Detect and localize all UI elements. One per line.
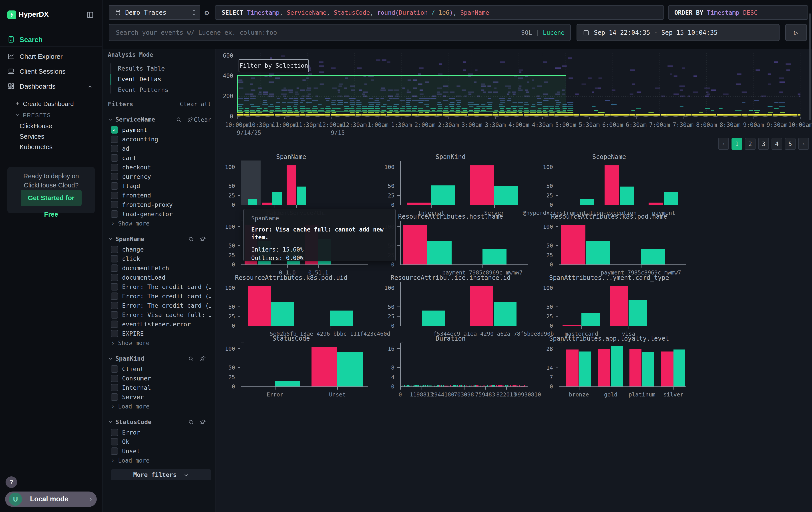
sidebar-item-services[interactable]: Services [20, 133, 44, 140]
filter-checkbox-row[interactable]: Server [111, 393, 211, 401]
sidebar-item-clickhouse[interactable]: ClickHouse [20, 123, 52, 130]
sidebar-collapse-icon[interactable] [86, 11, 94, 19]
checkbox[interactable] [111, 246, 118, 253]
search-input[interactable]: Search your events w/ Lucene ex. column:… [109, 24, 571, 41]
page-button-2[interactable]: 2 [745, 138, 756, 150]
more-filters-button[interactable]: More filters [111, 469, 211, 480]
checkbox[interactable] [111, 164, 118, 171]
checkbox[interactable] [111, 210, 118, 218]
help-button[interactable]: ? [5, 476, 17, 488]
heatmap-selection[interactable] [237, 75, 566, 112]
analysis-mode-option-results-table[interactable]: Results Table [118, 65, 165, 72]
order-by-input[interactable]: ORDER BY Timestamp DESC [668, 5, 808, 20]
pin-icon[interactable] [200, 419, 206, 425]
checkbox[interactable] [111, 429, 118, 436]
checkbox[interactable] [111, 302, 118, 309]
filter-clear-button[interactable]: Clear [194, 116, 211, 123]
page-next-button[interactable]: › [798, 138, 809, 150]
filter-checkbox-row[interactable]: load-generator [111, 210, 211, 218]
filter-checkbox-row[interactable]: Ok [111, 437, 211, 446]
search-icon[interactable] [188, 236, 194, 242]
search-icon[interactable] [188, 419, 194, 425]
checkbox[interactable] [111, 182, 118, 190]
page-button-5[interactable]: 5 [785, 138, 795, 150]
filter-checkbox-row[interactable]: eventListener.error [111, 320, 211, 329]
checkbox[interactable] [111, 311, 118, 319]
sidebar-item-client-sessions[interactable]: Client Sessions [20, 68, 66, 75]
select-clause-input[interactable]: SELECT Timestamp, ServiceName, StatusCod… [215, 5, 664, 20]
checkbox[interactable] [111, 201, 118, 208]
search-icon[interactable] [176, 116, 182, 123]
filter-checkbox-row[interactable]: Unset [111, 447, 211, 455]
checkbox[interactable] [111, 265, 118, 272]
filter-checkbox-row[interactable]: Error: Visa cache full: … [111, 310, 211, 319]
checkbox[interactable] [111, 321, 118, 328]
checkbox[interactable] [111, 365, 118, 373]
filter-checkbox-row[interactable]: Error [111, 428, 211, 437]
sidebar-item-create-dashboard[interactable]: Create Dashboard [23, 100, 74, 108]
checkbox[interactable] [111, 375, 118, 382]
checkbox[interactable] [111, 145, 118, 152]
filter-checkbox-row[interactable]: documentLoad [111, 273, 211, 282]
source-select[interactable]: Demo Traces [109, 5, 200, 20]
checkbox[interactable] [111, 448, 118, 455]
pin-icon[interactable] [200, 236, 206, 242]
page-prev-button[interactable]: ‹ [718, 138, 729, 150]
chevron-down-icon[interactable] [108, 236, 113, 242]
chevron-up-icon[interactable] [87, 84, 93, 89]
filter-checkbox-row[interactable]: ad [111, 144, 211, 153]
run-query-button[interactable]: ▷ [785, 24, 807, 41]
sidebar-item-chart-explorer[interactable]: Chart Explorer [20, 53, 62, 60]
checkbox[interactable] [111, 136, 118, 143]
sidebar-item-kubernetes[interactable]: Kubernetes [20, 143, 53, 151]
filter-checkbox-row[interactable]: Error: The credit card (… [111, 292, 211, 300]
checkbox[interactable] [111, 274, 118, 281]
checkbox[interactable] [111, 283, 118, 291]
checkbox-checked[interactable]: ✓ [111, 126, 118, 134]
chevron-down-icon[interactable] [15, 113, 20, 117]
filter-checkbox-row[interactable]: accounting [111, 135, 211, 143]
chevron-down-icon[interactable] [108, 117, 113, 122]
checkbox[interactable] [111, 384, 118, 392]
filter-checkbox-row[interactable]: Client [111, 365, 211, 373]
filter-checkbox-row[interactable]: change [111, 245, 211, 254]
filter-checkbox-row[interactable]: flagd [111, 182, 211, 190]
filter-load-more[interactable]: › Load more [111, 403, 149, 410]
sidebar-item-search[interactable]: Search [20, 36, 42, 44]
filter-checkbox-row[interactable]: documentFetch [111, 264, 211, 272]
page-button-3[interactable]: 3 [758, 138, 769, 150]
checkbox[interactable] [111, 173, 118, 180]
language-sql[interactable]: SQL [521, 29, 532, 36]
filter-checkbox-row[interactable]: EXPIRE [111, 329, 211, 338]
sidebar-item-dashboards[interactable]: Dashboards [20, 83, 56, 90]
date-range-picker[interactable]: Sep 14 22:04:35 - Sep 15 10:04:35 [577, 24, 780, 41]
filter-by-selection-button[interactable]: Filter by Selection [238, 59, 309, 72]
filter-show-more[interactable]: › Show more [111, 340, 149, 346]
checkbox[interactable] [111, 154, 118, 162]
checkbox[interactable] [111, 438, 118, 446]
checkbox[interactable] [111, 293, 118, 300]
filter-load-more[interactable]: › Load more [111, 457, 149, 464]
sidebar-item-presets[interactable]: PRESETS [23, 112, 51, 118]
filter-checkbox-row[interactable]: Consumer [111, 374, 211, 383]
pin-icon[interactable] [188, 116, 194, 123]
analysis-mode-option-event-patterns[interactable]: Event Patterns [118, 86, 169, 93]
filter-checkbox-row[interactable]: frontend-proxy [111, 200, 211, 209]
filter-checkbox-row[interactable]: Error: The credit card (… [111, 301, 211, 310]
pin-icon[interactable] [200, 355, 206, 362]
filter-checkbox-row[interactable]: cart [111, 153, 211, 162]
page-button-1[interactable]: 1 [731, 138, 742, 150]
filter-checkbox-row[interactable]: checkout [111, 163, 211, 172]
analysis-mode-option-event-deltas[interactable]: Event Deltas [118, 76, 161, 83]
filter-show-more[interactable]: › Show more [111, 220, 149, 227]
clear-all-button[interactable]: Clear all [176, 101, 211, 108]
page-button-4[interactable]: 4 [772, 138, 782, 150]
filter-checkbox-row[interactable]: Error: The credit card (… [111, 282, 211, 291]
chevron-down-icon[interactable] [108, 356, 113, 361]
language-lucene[interactable]: Lucene [543, 29, 564, 36]
chevron-down-icon[interactable] [108, 420, 113, 425]
filter-checkbox-row[interactable]: ✓payment [111, 125, 211, 134]
filter-checkbox-row[interactable]: frontend [111, 191, 211, 200]
get-started-button[interactable]: Get Started for Free [21, 190, 82, 206]
checkbox[interactable] [111, 393, 118, 401]
